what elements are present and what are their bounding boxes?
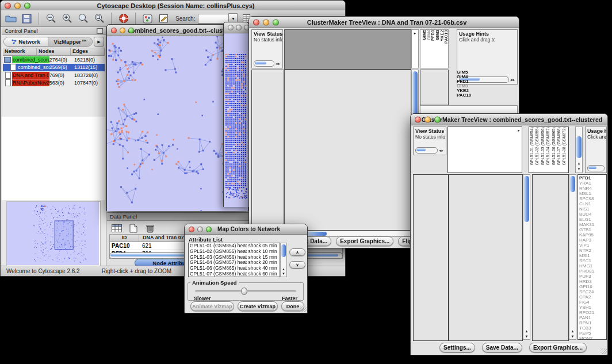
gene-label[interactable]: MON2 (579, 336, 606, 340)
animation-slider-thumb[interactable] (241, 288, 247, 295)
network-table-row[interactable]: combined_scores 2764(0) 16218(0) (3, 56, 105, 64)
gene-label[interactable]: RNR4 (579, 186, 606, 191)
gene-label[interactable]: HRD3 (579, 279, 606, 284)
resize-grip[interactable] (300, 306, 307, 312)
float-panel-icon[interactable] (97, 28, 103, 34)
array-column-label[interactable]: GPL51-01 (GSM854) (530, 127, 535, 165)
background-network-window[interactable] (223, 22, 249, 207)
row-dendrogram[interactable] (251, 70, 284, 231)
gene-label[interactable]: MAK31 (579, 222, 606, 227)
help-lifering-icon[interactable] (117, 12, 130, 25)
maximize-icon[interactable] (206, 227, 212, 232)
global-heatmap[interactable] (449, 174, 523, 341)
arrow-icon[interactable]: ▸ (517, 128, 521, 133)
scroll-arrows-icon[interactable]: ◂▸ (276, 62, 281, 66)
column-label[interactable]: PFD1 (430, 30, 435, 41)
network-table-row[interactable]: combined_sco 2569(6) 13112(15) (3, 64, 105, 72)
scroll-down-icon[interactable]: ▾ (569, 334, 576, 339)
gene-label[interactable]: YSH1 (579, 305, 606, 310)
gene-label[interactable]: PUF3 (579, 274, 606, 279)
gene-label[interactable]: RPO21 (579, 310, 606, 315)
minimize-icon[interactable] (120, 28, 125, 33)
scroll-up-icon[interactable]: ▴ (523, 329, 530, 334)
zoom-vscrollbar[interactable]: ▴ ▾ (569, 174, 576, 340)
gene-label[interactable]: VIP1 (579, 243, 606, 248)
birds-eye-view[interactable] (7, 202, 99, 265)
gene-label[interactable]: KAP95 (579, 232, 606, 237)
column-dendrogram[interactable] (284, 29, 411, 70)
minimize-icon[interactable] (263, 19, 269, 25)
status-scrollbar[interactable] (254, 60, 274, 67)
background-network-title-bar[interactable] (224, 22, 248, 33)
gene-label[interactable]: HAP3 (579, 237, 606, 243)
plugins-icon[interactable] (141, 12, 154, 25)
gene-label[interactable]: NTR2 (579, 248, 606, 253)
maximize-icon[interactable] (128, 28, 134, 33)
column-label[interactable]: GIM3 (435, 30, 439, 40)
close-icon[interactable] (415, 116, 421, 122)
move-down-button[interactable]: ∨ (289, 261, 305, 269)
gene-label[interactable]: GTB1 (579, 227, 606, 232)
scroll-down-icon[interactable]: ▾ (576, 167, 582, 171)
gene-label[interactable]: FIG4 (579, 300, 606, 305)
array-column-label[interactable]: GPL51-08 (GSM872) (562, 127, 567, 165)
save-icon[interactable] (20, 12, 33, 25)
gene-label[interactable]: CPA2 (579, 294, 606, 300)
scroll-arrows-icon[interactable]: ◂▸ (439, 148, 444, 153)
gene-label[interactable]: SEC1 (579, 258, 606, 263)
scroll-up-icon[interactable]: ▴ (576, 161, 582, 166)
minimize-icon[interactable] (197, 227, 203, 232)
column-header[interactable]: Network (3, 48, 37, 55)
gene-label[interactable]: MSI1 (579, 253, 606, 258)
scroll-down-icon[interactable]: ▾ (281, 271, 286, 276)
tab-overflow-button[interactable]: ▶ (94, 37, 104, 47)
gene-label[interactable]: MSL1 (579, 191, 606, 196)
maximize-icon[interactable] (273, 19, 279, 25)
gene-label[interactable]: YRA1 (579, 181, 606, 186)
global-heatmap[interactable] (284, 70, 411, 231)
close-icon[interactable] (111, 28, 117, 33)
column-header[interactable]: Edges (71, 48, 105, 55)
gene-label[interactable]: NIS1 (579, 206, 606, 212)
gene-label[interactable]: HMG1 (579, 263, 606, 269)
minimize-icon[interactable] (236, 25, 242, 30)
column-label[interactable]: PAC10 (443, 30, 448, 44)
resize-grip[interactable] (600, 348, 607, 354)
treeview2-action-button[interactable]: Save Data... (482, 343, 522, 352)
scroll-arrows-icon[interactable]: ◂▸ (510, 78, 515, 82)
gene-label[interactable]: ELG1 (579, 217, 606, 222)
zoom-heatmap[interactable] (532, 174, 569, 341)
move-up-button[interactable]: ∧ (289, 248, 305, 256)
gene-label[interactable]: BUD4 (579, 212, 606, 217)
scroll-up-icon[interactable]: ▴ (281, 267, 286, 271)
treeview2-action-button[interactable]: Settings... (439, 343, 475, 352)
animate-vizmap-button[interactable]: Animate Vizmap (190, 301, 234, 311)
gene-label[interactable]: GPI16 (579, 284, 606, 289)
id-column-header[interactable]: ID (110, 235, 139, 242)
gene-label[interactable]: PFD1 (579, 175, 606, 181)
attribute-item[interactable]: GPL51-07 (GSM868) heat shock 60 min (189, 271, 280, 277)
column-label[interactable]: GIM5 (422, 30, 426, 40)
new-attribute-icon[interactable] (126, 221, 141, 235)
network-table-header[interactable]: NetworkNodesEdges (3, 48, 105, 56)
column-header[interactable]: Nodes (37, 48, 71, 55)
dialog-title-bar[interactable]: Map Colors to Network (185, 224, 307, 235)
attribute-listbox[interactable]: GPL51-01 (GSM854) heat shock 05 minGPL51… (188, 243, 280, 277)
array-column-label[interactable]: GPL51-07 (GSM868) (557, 127, 562, 165)
treeview1-action-button[interactable]: Export Graphics... (336, 236, 393, 246)
labels-vscrollbar[interactable]: ▴ ▾ (575, 127, 583, 173)
array-column-label[interactable]: GPL51-02 (GSM855) (535, 127, 540, 165)
network-table-row[interactable]: RNAPuberNov2+| 563(0) 107847(0) (3, 79, 105, 87)
zoom-in-icon[interactable] (60, 12, 74, 25)
array-column-label[interactable]: GPL51-03 (GSM856) (541, 127, 546, 165)
close-icon[interactable] (253, 19, 259, 25)
zoom-out-icon[interactable] (44, 12, 58, 25)
column-tree-area[interactable]: ▸ (447, 127, 522, 173)
create-vizmap-button[interactable]: Create Vizmap (238, 301, 278, 311)
dense-network-view[interactable] (224, 33, 248, 207)
minimize-icon[interactable] (424, 116, 431, 122)
minimize-icon[interactable] (14, 2, 21, 9)
heatmap-vscrollbar[interactable]: ▴ ▾ (523, 174, 530, 340)
scroll-down-icon[interactable]: ▾ (523, 334, 530, 339)
gene-label[interactable]: PHO81 (579, 269, 606, 274)
